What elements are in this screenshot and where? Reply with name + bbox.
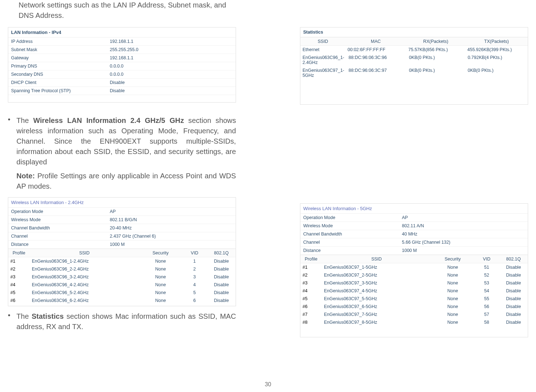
- lan-row: Secondary DNS0.0.0.0: [8, 70, 236, 79]
- wlan24-profile-row: #6EnGenius063C96_6-2.4GHzNone6Disable: [8, 297, 236, 304]
- wlan5-header: Profile SSID Security VID 802.1Q: [300, 255, 528, 263]
- wlan5-profile-row: #2EnGenius063C97_2-5GHzNone52Disable: [300, 271, 528, 279]
- wlan24-kv-row: Channel2.437 GHz (Channel 6): [8, 232, 236, 240]
- wlan24-profile-row: #3EnGenius063C96_3-2.4GHzNone3Disable: [8, 273, 236, 281]
- lan-info-title: LAN Information - IPv4: [8, 28, 236, 38]
- wlan-bullet-text: The Wireless LAN Information 2.4 GHz/5 G…: [16, 115, 236, 192]
- statistics-row: EnGenius063C97_1-5GHz88:DC:96:06:3C:970K…: [300, 66, 528, 79]
- wlan24-kv-row: Distance1000 M: [8, 240, 236, 249]
- wlan5-kv-row: Wireless Mode802.11 A/N: [300, 222, 528, 230]
- wlan5-profile-row: #8EnGenius063C97_8-5GHzNone58Disable: [300, 318, 528, 326]
- wlan24-profile-row: #5EnGenius063C96_5-2.4GHzNone5Disable: [8, 289, 236, 297]
- intro-text: Network settings such as the LAN IP Addr…: [8, 0, 236, 21]
- bullet-icon: •: [8, 115, 16, 192]
- wlan5-kv-row: Channel5.66 GHz (Channel 132): [300, 238, 528, 247]
- wlan5-panel: Wireless LAN Information - 5GHz Operatio…: [300, 203, 528, 337]
- wlan5-profile-row: #6EnGenius063C97_6-5GHzNone56Disable: [300, 303, 528, 311]
- statistics-row: Ethernet00:02:6F:FF:FF:FF75.57KB(856 PKt…: [300, 46, 528, 54]
- lan-row: IP Address192.168.1.1: [8, 38, 236, 46]
- wlan24-kv-row: Operation ModeAP: [8, 208, 236, 216]
- wlan24-title: Wireless LAN Information - 2.4GHz: [8, 198, 236, 208]
- statistics-title: Statistics: [300, 28, 528, 37]
- lan-row: Subnet Mask255.255.255.0: [8, 46, 236, 54]
- wlan5-profile-row: #3EnGenius063C97_3-5GHzNone53Disable: [300, 279, 528, 287]
- stats-bullet-text: The Statistics section shows Mac informa…: [16, 311, 236, 332]
- page-number: 30: [0, 381, 536, 388]
- wlan5-kv-row: Channel Bandwidth40 MHz: [300, 230, 528, 238]
- statistics-header: SSID MAC RX(Packets) TX(Packets): [300, 37, 528, 46]
- wlan5-profile-row: #4EnGenius063C97_4-5GHzNone54Disable: [300, 287, 528, 295]
- lan-row: DHCP ClientDisable: [8, 79, 236, 87]
- statistics-panel: Statistics SSID MAC RX(Packets) TX(Packe…: [300, 27, 528, 105]
- wlan24-kv-row: Wireless Mode802.11 B/G/N: [8, 216, 236, 224]
- lan-info-rows: IP Address192.168.1.1Subnet Mask255.255.…: [8, 38, 236, 95]
- wlan24-kv-row: Channel Bandwidth20-40 MHz: [8, 224, 236, 232]
- wlan24-profile-row: #2EnGenius063C96_2-2.4GHzNone2Disable: [8, 265, 236, 273]
- wlan5-kv-row: Operation ModeAP: [300, 214, 528, 222]
- lan-row: Gateway192.168.1.1: [8, 54, 236, 62]
- wlan5-profile-row: #1EnGenius063C97_1-5GHzNone51Disable: [300, 263, 528, 271]
- wlan24-panel: Wireless LAN Information - 2.4GHz Operat…: [8, 197, 236, 306]
- wlan5-profile-row: #5EnGenius063C97_5-5GHzNone55Disable: [300, 295, 528, 303]
- lan-row: Primary DNS0.0.0.0: [8, 62, 236, 70]
- wlan24-header: Profile SSID Security VID 802.1Q: [8, 249, 236, 257]
- wlan5-profile-row: #7EnGenius063C97_7-5GHzNone57Disable: [300, 311, 528, 318]
- wlan24-profile-row: #4EnGenius063C96_4-2.4GHzNone4Disable: [8, 281, 236, 289]
- bullet-icon: •: [8, 311, 16, 332]
- wlan5-kv-row: Distance1000 M: [300, 247, 528, 255]
- wlan5-title: Wireless LAN Information - 5GHz: [300, 204, 528, 214]
- lan-info-panel: LAN Information - IPv4 IP Address192.168…: [8, 27, 236, 103]
- lan-row: Spanning Tree Protocol (STP)Disable: [8, 87, 236, 95]
- statistics-row: EnGenius063C96_1-2.4GHz88:DC:96:06:3C:96…: [300, 54, 528, 66]
- wlan24-profile-row: #1EnGenius063C96_1-2.4GHzNone1Disable: [8, 257, 236, 265]
